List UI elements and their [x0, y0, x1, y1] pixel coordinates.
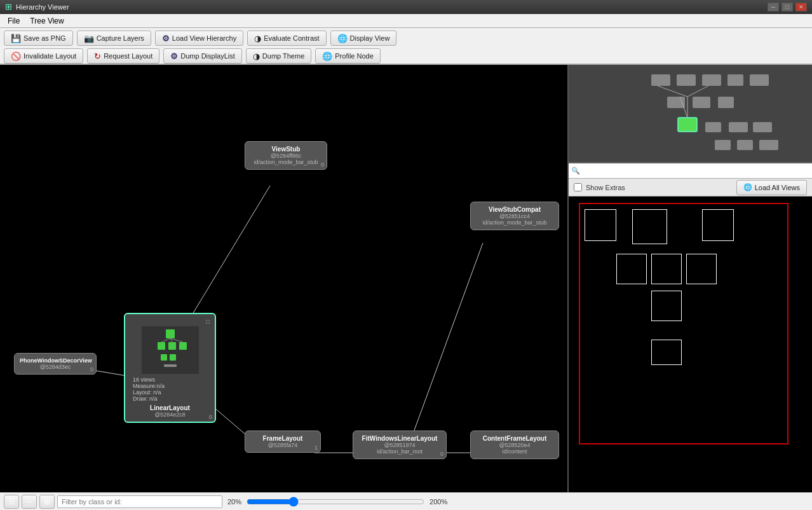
- svg-rect-18: [702, 74, 721, 86]
- minimize-button[interactable]: ─: [768, 3, 779, 11]
- load-views-icon: 🌐: [743, 183, 752, 191]
- contentframe-node[interactable]: ContentFrameLayout @528520e4 id/content: [470, 431, 559, 459]
- profile-icon: 🌐: [322, 52, 332, 61]
- node-address: @5284e2c8: [130, 411, 210, 418]
- node-label: ViewStub: [250, 146, 321, 153]
- save-icon: 💾: [11, 34, 21, 43]
- view-canvas[interactable]: [569, 196, 812, 492]
- node-id: id/content: [476, 448, 553, 455]
- titlebar: ⊞ Hierarchy Viewer ─ □ ✕: [0, 0, 812, 14]
- globe-icon: 🌐: [337, 34, 348, 43]
- svg-line-4: [413, 243, 483, 434]
- svg-rect-7: [158, 342, 165, 350]
- node-preview: [142, 326, 199, 374]
- node-label: ContentFrameLayout: [476, 435, 553, 442]
- node-count: 0: [321, 162, 324, 168]
- show-extras-label: Show Extras: [586, 184, 625, 191]
- svg-rect-26: [729, 122, 748, 132]
- linearlayout-node[interactable]: □ 16 views M: [124, 313, 216, 423]
- capture-layers-button[interactable]: 📷 Capture Layers: [77, 31, 151, 46]
- node-label: ViewStubCompat: [476, 206, 553, 213]
- right-panel: 🔍 Show Extras 🌐 Load All Views: [567, 65, 812, 492]
- svg-line-33: [687, 86, 708, 97]
- minimap-search: 🔍: [569, 163, 812, 179]
- expand-icon[interactable]: □: [206, 318, 210, 325]
- vc-box-8: [651, 340, 682, 365]
- node-id: id/action_mode_bar_stub: [250, 159, 321, 165]
- node-address: @5285fa74: [250, 442, 315, 448]
- fitwindows-node[interactable]: FitWindowsLinearLayout @52851974 id/acti…: [353, 431, 447, 459]
- node-address: @52851974: [358, 442, 441, 448]
- menu-file[interactable]: File: [3, 15, 25, 27]
- dump-theme-button[interactable]: ◑ Dump Theme: [246, 48, 311, 64]
- svg-rect-9: [179, 342, 187, 350]
- dump-displaylist-button[interactable]: ⚙ Dump DisplayList: [163, 48, 242, 64]
- phone-window-node[interactable]: PhoneWindowSDecorView @5284d3ec 0: [14, 353, 97, 375]
- zoom-min-label: 20%: [225, 498, 244, 506]
- node-label: FrameLayout: [250, 435, 315, 442]
- invalidate-layout-button[interactable]: 🚫 Invalidate Layout: [4, 48, 83, 64]
- status-list-button[interactable]: ☰: [4, 495, 19, 509]
- node-count: 0: [209, 414, 212, 420]
- profile-node-button[interactable]: 🌐 Profile Node: [315, 48, 381, 64]
- vc-box-3: [702, 209, 734, 241]
- node-address: @52851cc4: [476, 213, 553, 219]
- zoom-max-label: 200%: [427, 498, 450, 506]
- minimap-search-input[interactable]: [583, 167, 809, 175]
- node-stats: 16 views Measure:n/a Layout: n/a Draw: n…: [130, 376, 210, 402]
- vc-box-5: [651, 254, 682, 284]
- svg-rect-29: [737, 140, 753, 150]
- svg-rect-8: [168, 342, 176, 350]
- hierarchy-icon: ⚙: [162, 34, 170, 43]
- node-address: @5284d3ec: [20, 364, 91, 370]
- preview-svg: [142, 326, 199, 374]
- svg-rect-6: [166, 329, 175, 338]
- statusbar: ☰ ─ ⊞ 20% 200%: [0, 492, 812, 510]
- svg-line-12: [161, 338, 170, 342]
- load-all-views-button[interactable]: 🌐 Load All Views: [736, 180, 807, 195]
- svg-rect-15: [164, 364, 177, 367]
- node-label: PhoneWindowSDecorView: [20, 357, 91, 364]
- svg-rect-10: [161, 354, 167, 361]
- vc-box-4: [616, 254, 647, 284]
- titlebar-controls: ─ □ ✕: [768, 3, 807, 11]
- theme-icon: ◑: [253, 52, 260, 61]
- close-button[interactable]: ✕: [795, 3, 807, 11]
- node-count: 1: [315, 445, 318, 451]
- extras-bar: Show Extras 🌐 Load All Views: [569, 179, 812, 196]
- contrast-icon: ◑: [254, 34, 261, 43]
- viewstubcompat-node[interactable]: ViewStubCompat @52851cc4 id/action_mode_…: [470, 202, 559, 230]
- menu-treeview[interactable]: Tree View: [25, 15, 69, 27]
- display-view-button[interactable]: 🌐 Display View: [330, 31, 397, 46]
- request-layout-button[interactable]: ↻ Request Layout: [87, 48, 159, 64]
- framelayout-node[interactable]: FrameLayout @5285fa74 1: [245, 431, 321, 453]
- node-id: id/action_mode_bar_stub: [476, 219, 553, 226]
- svg-line-32: [658, 86, 687, 97]
- svg-rect-28: [715, 140, 731, 150]
- svg-rect-17: [677, 74, 696, 86]
- svg-rect-22: [693, 97, 710, 108]
- save-png-button[interactable]: 💾 Save as PNG: [4, 31, 73, 46]
- viewstub-node[interactable]: ViewStub @5284ff86c id/action_mode_bar_s…: [245, 141, 327, 170]
- filter-input[interactable]: [57, 495, 222, 508]
- maximize-button[interactable]: □: [782, 3, 793, 11]
- status-minus-button[interactable]: ─: [22, 495, 37, 509]
- svg-rect-24: [678, 118, 697, 132]
- toolbar-row2: 🚫 Invalidate Layout ↻ Request Layout ⚙ D…: [4, 48, 808, 64]
- svg-rect-11: [170, 354, 176, 361]
- toolbar: 💾 Save as PNG 📷 Capture Layers ⚙ Load Vi…: [0, 28, 812, 65]
- svg-rect-30: [759, 140, 778, 150]
- status-grid-button[interactable]: ⊞: [39, 495, 55, 509]
- zoom-slider[interactable]: [247, 497, 424, 507]
- main-area: ViewStub @5284ff86c id/action_mode_bar_s…: [0, 65, 812, 492]
- show-extras-checkbox[interactable]: [574, 183, 582, 191]
- canvas-area[interactable]: ViewStub @5284ff86c id/action_mode_bar_s…: [0, 65, 567, 492]
- svg-rect-25: [705, 122, 721, 132]
- load-hierarchy-button[interactable]: ⚙ Load View Hierarchy: [155, 31, 243, 46]
- evaluate-contrast-button[interactable]: ◑ Evaluate Contrast: [247, 31, 326, 46]
- vc-box-2: [632, 209, 667, 244]
- svg-rect-27: [753, 122, 772, 132]
- search-icon: 🔍: [571, 167, 580, 175]
- request-icon: ↻: [94, 52, 101, 61]
- menubar: File Tree View: [0, 14, 812, 28]
